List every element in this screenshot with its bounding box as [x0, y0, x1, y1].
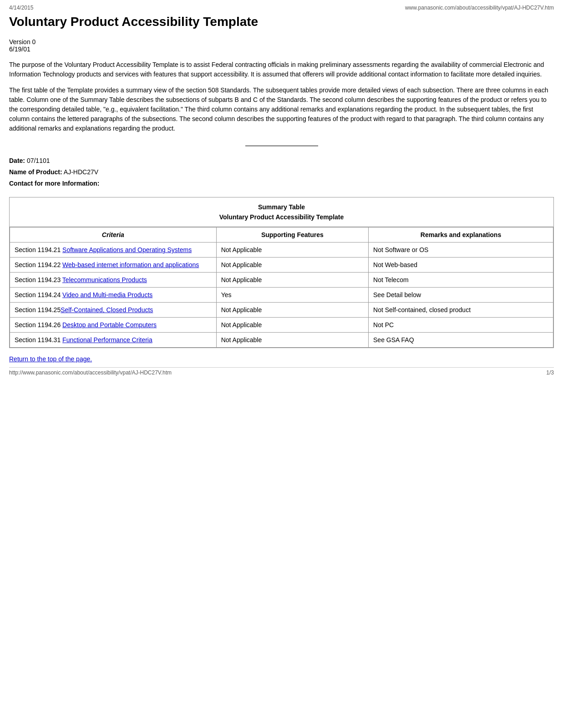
remarks-cell: Not PC — [369, 318, 553, 333]
criteria-cell: Section 1194.25Self-Contained, Closed Pr… — [10, 303, 217, 318]
table-row: Section 1194.21 Software Applications an… — [10, 243, 553, 258]
page-title: Voluntary Product Accessibility Template — [9, 15, 554, 29]
criteria-link[interactable]: Web-based internet information and appli… — [62, 261, 199, 268]
product-label: Name of Product: — [9, 168, 62, 176]
table-row: Section 1194.23 Telecommunications Produ… — [10, 273, 553, 288]
criteria-cell: Section 1194.22 Web-based internet infor… — [10, 258, 217, 273]
criteria-link[interactable]: Video and Multi-media Products — [62, 291, 152, 298]
bottom-url: http://www.panasonic.com/about/accessibi… — [9, 369, 172, 376]
top-date: 4/14/2015 — [9, 5, 33, 11]
top-url: www.panasonic.com/about/accessibility/vp… — [405, 5, 554, 11]
table-row: Section 1194.31 Functional Performance C… — [10, 333, 553, 348]
criteria-cell: Section 1194.24 Video and Multi-media Pr… — [10, 288, 217, 303]
supporting-cell: Not Applicable — [216, 258, 368, 273]
col-header-criteria: Criteria — [102, 231, 124, 238]
criteria-cell: Section 1194.31 Functional Performance C… — [10, 333, 217, 348]
table-row: Section 1194.25Self-Contained, Closed Pr… — [10, 303, 553, 318]
table-row: Section 1194.22 Web-based internet infor… — [10, 258, 553, 273]
supporting-cell: Not Applicable — [216, 303, 368, 318]
col-header-remarks: Remarks and explanations — [369, 228, 553, 243]
table-row: Section 1194.26 Desktop and Portable Com… — [10, 318, 553, 333]
date-value: 07/1101 — [27, 157, 50, 164]
criteria-link[interactable]: Desktop and Portable Computers — [62, 321, 157, 329]
supporting-cell: Yes — [216, 288, 368, 303]
description-1: The purpose of the Voluntary Product Acc… — [9, 60, 554, 79]
version-label: Version 0 — [9, 38, 554, 46]
contact-label: Contact for more Information: — [9, 180, 99, 187]
remarks-cell: See Detail below — [369, 288, 553, 303]
supporting-cell: Not Applicable — [216, 243, 368, 258]
criteria-link[interactable]: Software Applications and Operating Syst… — [62, 246, 192, 253]
return-to-top-link[interactable]: Return to the top of the page. — [9, 355, 554, 363]
summary-table: Criteria Supporting Features Remarks and… — [10, 227, 553, 348]
criteria-cell: Section 1194.23 Telecommunications Produ… — [10, 273, 217, 288]
criteria-cell: Section 1194.26 Desktop and Portable Com… — [10, 318, 217, 333]
date-label: Date: — [9, 157, 25, 164]
criteria-cell: Section 1194.21 Software Applications an… — [10, 243, 217, 258]
remarks-cell: See GSA FAQ — [369, 333, 553, 348]
table-row: Section 1194.24 Video and Multi-media Pr… — [10, 288, 553, 303]
version-date: 6/19/01 — [9, 46, 554, 53]
remarks-cell: Not Web-based — [369, 258, 553, 273]
col-header-supporting: Supporting Features — [216, 228, 368, 243]
divider — [245, 145, 318, 147]
remarks-cell: Not Self-contained, closed product — [369, 303, 553, 318]
description-2: The first table of the Template provides… — [9, 86, 554, 133]
summary-table-header-line2: Voluntary Product Accessibility Template — [14, 212, 549, 222]
remarks-cell: Not Telecom — [369, 273, 553, 288]
criteria-link[interactable]: Self-Contained, Closed Products — [61, 306, 153, 313]
criteria-link[interactable]: Telecommunications Products — [62, 276, 147, 283]
product-value: AJ-HDC27V — [64, 168, 98, 176]
supporting-cell: Not Applicable — [216, 273, 368, 288]
remarks-cell: Not Software or OS — [369, 243, 553, 258]
criteria-link[interactable]: Functional Performance Criteria — [62, 336, 152, 344]
summary-table-header-line1: Summary Table — [14, 202, 549, 212]
bottom-page: 1/3 — [546, 369, 554, 376]
supporting-cell: Not Applicable — [216, 318, 368, 333]
supporting-cell: Not Applicable — [216, 333, 368, 348]
